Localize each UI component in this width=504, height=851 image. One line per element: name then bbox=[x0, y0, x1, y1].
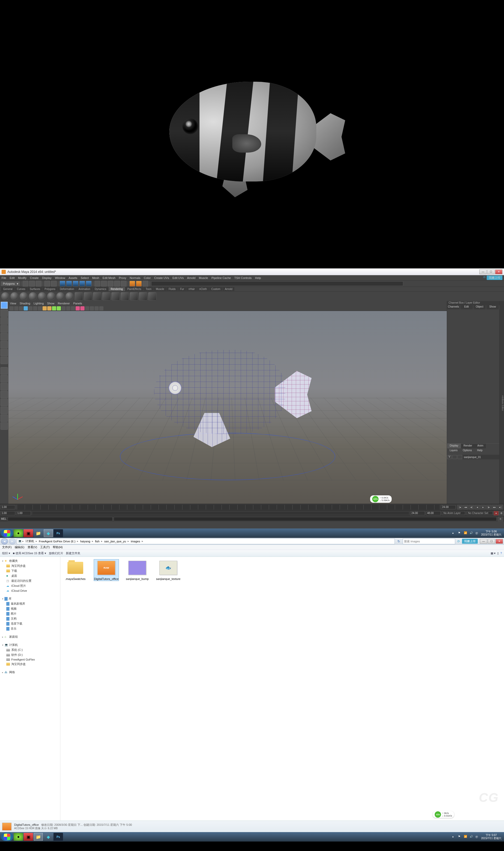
range-playstart-field[interactable] bbox=[16, 511, 31, 515]
shader-layered-icon[interactable] bbox=[38, 292, 46, 300]
menu-editmesh[interactable]: Edit Mesh bbox=[103, 276, 115, 280]
breadcrumb-computer-icon[interactable]: 💻 bbox=[18, 539, 22, 543]
menu-window[interactable]: Window bbox=[55, 276, 65, 280]
layer-name[interactable]: sanjianque_01 bbox=[463, 456, 481, 459]
layout-single-icon[interactable] bbox=[1, 367, 8, 375]
shelf-tab-fur[interactable]: Fur bbox=[178, 287, 186, 291]
perspective-viewport[interactable]: 42% ↑ 0.0K/s ↓ 5.09K/s bbox=[8, 311, 447, 504]
step-fwd-icon[interactable]: ▸▸ bbox=[492, 505, 497, 510]
layer-tab-render[interactable]: Render bbox=[461, 444, 475, 448]
shelf-tab-polygons[interactable]: Polygons bbox=[42, 287, 57, 291]
view-mode-icon[interactable]: ▦ ▾ bbox=[491, 552, 496, 555]
light-directional-icon[interactable] bbox=[102, 292, 110, 300]
menu-select[interactable]: Select bbox=[80, 276, 89, 280]
script-editor-icon[interactable]: ⎘ bbox=[498, 517, 503, 521]
shelf-tab-general[interactable]: General bbox=[1, 287, 15, 291]
channel-list[interactable] bbox=[447, 309, 499, 443]
address-breadcrumb[interactable]: 💻 ▸ 计算机 ▸ FreeAgent GoFlex Drive (E:) ▸ … bbox=[17, 538, 395, 544]
system-tray[interactable]: ▴ ⚑ 📶 🔊 ㊥ 下午 5:07 2015/7/11 星期六 bbox=[452, 834, 503, 840]
ao-icon[interactable] bbox=[94, 306, 99, 311]
maximize-button[interactable]: ☐ bbox=[488, 539, 495, 544]
taskbar-explorer-icon[interactable]: 📁 bbox=[34, 529, 43, 537]
breadcrumb-seg[interactable]: images bbox=[130, 540, 141, 543]
panel-menu-view[interactable]: View bbox=[10, 302, 16, 305]
xray-icon[interactable] bbox=[71, 306, 75, 311]
nav-forward-button[interactable]: ► bbox=[9, 538, 16, 545]
menu-file[interactable]: File bbox=[2, 276, 6, 280]
tray-security-icon[interactable]: ⚑ bbox=[458, 835, 462, 839]
nav-item[interactable]: 视频 bbox=[1, 606, 59, 611]
menu-view[interactable]: 查看(V) bbox=[28, 545, 37, 549]
nav-item[interactable]: 软件 (D:) bbox=[1, 652, 59, 657]
menuset-dropdown[interactable]: Polygons bbox=[1, 282, 20, 286]
prefs-icon[interactable]: ⚙ bbox=[499, 511, 504, 516]
go-end-icon[interactable]: ▸| bbox=[498, 505, 503, 510]
breadcrumb-seg[interactable]: 计算机 bbox=[24, 539, 35, 543]
sync-icon[interactable]: ⟳ bbox=[483, 276, 486, 280]
layout-script-icon[interactable] bbox=[1, 422, 8, 430]
nav-favorites[interactable]: ★收藏夹 bbox=[1, 559, 59, 563]
shader-ramp-icon[interactable] bbox=[47, 292, 55, 300]
layer-menu-options[interactable]: Options bbox=[460, 448, 474, 453]
breadcrumb-seg[interactable]: haiyang bbox=[79, 540, 91, 543]
refresh-icon[interactable]: ↻ bbox=[396, 539, 402, 543]
grid-toggle-icon[interactable] bbox=[24, 306, 28, 311]
shaded-icon[interactable] bbox=[47, 306, 51, 311]
paint-select-tool-icon[interactable] bbox=[1, 317, 8, 325]
redo-icon[interactable] bbox=[51, 281, 57, 287]
open-scene-icon[interactable] bbox=[29, 281, 35, 287]
cb-tab-show[interactable]: Show bbox=[486, 305, 499, 309]
taskbar-explorer-icon[interactable]: 📁 bbox=[34, 833, 43, 841]
depth-of-field-icon[interactable] bbox=[85, 306, 89, 311]
next-key-icon[interactable]: |▸ bbox=[486, 505, 491, 510]
batch-render-icon[interactable] bbox=[148, 292, 157, 300]
nav-item[interactable]: 文档 bbox=[1, 616, 59, 621]
nav-libraries[interactable]: 库 bbox=[1, 596, 59, 601]
taskbar-app-icon[interactable]: ▣ bbox=[24, 833, 33, 841]
multisample-icon[interactable] bbox=[99, 306, 104, 311]
layout-hypershade-icon[interactable] bbox=[1, 399, 8, 406]
tray-ime-icon[interactable]: ㊥ bbox=[475, 835, 479, 839]
go-start-icon[interactable]: |◂ bbox=[457, 505, 463, 510]
nav-item[interactable]: 暴风影视库 bbox=[1, 601, 59, 606]
breadcrumb-seg[interactable]: fish bbox=[94, 540, 101, 543]
tray-clock[interactable]: 下午 5:06 2015/7/11 星期六 bbox=[481, 530, 501, 536]
select-vertex-icon[interactable] bbox=[59, 281, 65, 287]
layer-row[interactable]: V sanjianque_01 bbox=[447, 455, 499, 459]
shader-phong-icon[interactable] bbox=[19, 292, 28, 300]
light-spot-icon[interactable] bbox=[84, 292, 92, 300]
textured-icon[interactable] bbox=[52, 306, 56, 311]
taskbar-app-icon[interactable]: ▣ bbox=[24, 529, 33, 537]
file-item-folder[interactable]: .mayaSwatches bbox=[63, 560, 88, 581]
layout-outliner-icon[interactable] bbox=[1, 391, 8, 398]
close-button[interactable]: ✕ bbox=[496, 539, 503, 544]
shelf-tab-deformation[interactable]: Deformation bbox=[58, 287, 76, 291]
toolbar-new-folder[interactable]: 新建文件夹 bbox=[66, 551, 80, 555]
windows-taskbar[interactable]: ● ▣ 📁 ◆ Ps ▴ ⚑ 📶 🔊 ㊥ 下午 5:06 2015/7/11 星… bbox=[0, 529, 504, 538]
resolution-gate-icon[interactable] bbox=[33, 306, 37, 311]
time-end-field[interactable] bbox=[441, 505, 456, 509]
camera-select-icon[interactable] bbox=[10, 306, 14, 311]
nav-item[interactable]: 迅雷下载 bbox=[1, 621, 59, 626]
tray-expand-icon[interactable]: ▴ bbox=[452, 531, 456, 535]
isolate-icon[interactable] bbox=[66, 306, 70, 311]
maya-titlebar[interactable]: Autodesk Maya 2014 x64: untitled* — ☐ ✕ bbox=[0, 268, 504, 275]
nav-network[interactable]: 🖧网络 bbox=[1, 670, 59, 675]
fish-wireframe-model[interactable] bbox=[138, 334, 317, 450]
menu-color[interactable]: Color bbox=[144, 276, 151, 280]
select-object-icon[interactable] bbox=[79, 281, 85, 287]
taskbar-app-icon[interactable]: ● bbox=[14, 529, 23, 537]
shader-lambert-icon[interactable] bbox=[1, 292, 10, 300]
menu-modify[interactable]: Modify bbox=[18, 276, 26, 280]
xray-joints-icon[interactable] bbox=[76, 306, 80, 311]
shelf-tab-nhair[interactable]: nHair bbox=[186, 287, 197, 291]
render-settings-icon[interactable] bbox=[143, 281, 148, 287]
layer-tab-display[interactable]: Display bbox=[447, 444, 461, 448]
layer-tab-anim[interactable]: Anim bbox=[475, 444, 486, 448]
select-tool-icon[interactable] bbox=[1, 302, 8, 309]
lights-icon[interactable] bbox=[57, 306, 61, 311]
breadcrumb-seg[interactable]: FreeAgent GoFlex Drive (E:) bbox=[38, 540, 76, 543]
menu-createuvs[interactable]: Create UVs bbox=[154, 276, 169, 280]
nav-item[interactable]: 系统 (C:) bbox=[1, 648, 59, 652]
panel-menu-show[interactable]: Show bbox=[47, 302, 55, 305]
